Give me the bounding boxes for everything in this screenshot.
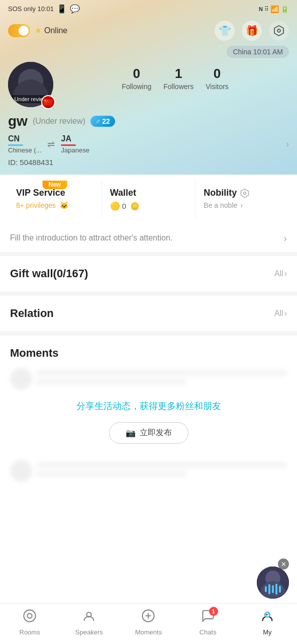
intro-text: Fill the introduction to attract other's…: [10, 232, 283, 244]
relation-all[interactable]: All ›: [274, 309, 287, 318]
gift-wall-all[interactable]: All ›: [274, 269, 287, 278]
moments-cta-text: 分享生活动态，获得更多粉丝和朋友: [10, 400, 287, 412]
audio-bar-1: [265, 586, 267, 592]
lang-to-underline: [61, 144, 76, 146]
vibrate-icon: ⠿: [264, 6, 269, 13]
gift-wall-chevron-icon: ›: [284, 269, 287, 278]
divider-2: [0, 292, 297, 296]
username-row: gw (Under review) ♂ 22: [8, 113, 289, 129]
moments-cta: 分享生活动态，获得更多粉丝和朋友 📷 立即发布: [10, 390, 287, 454]
new-badge: New: [42, 181, 67, 189]
online-bar: Online 👕 🎁: [0, 18, 297, 46]
vip-title: VIP Service: [16, 188, 93, 198]
language-chevron-icon[interactable]: ›: [286, 139, 289, 149]
followers-label: Followers: [163, 83, 193, 91]
stats-container: 0 Following 1 Followers 0 Visitors: [61, 62, 289, 91]
gender-badge: ♂ 22: [90, 116, 115, 127]
nfc-icon: N: [259, 6, 263, 12]
blur-lines-1: [36, 368, 287, 390]
svg-point-10: [268, 614, 268, 614]
status-bar: SOS only 10:01 📱 💬 N ⠿ 📶 🔋: [0, 0, 297, 18]
gift-icon: 🎁: [246, 25, 258, 37]
lang-from-code: CN: [8, 134, 20, 143]
lang-from: CN Chinese (...: [8, 134, 41, 154]
visitors-label: Visitors: [206, 83, 229, 91]
floating-audio-bubble[interactable]: [257, 567, 289, 599]
nav-item-speakers[interactable]: Speakers: [74, 609, 104, 636]
divider-3: [0, 332, 297, 336]
wallet-card[interactable]: Wallet 🟡 0 🪙: [102, 181, 196, 218]
audio-bar-5: [279, 586, 281, 593]
bottom-nav: Rooms Speakers Moments 1 Chats: [0, 603, 297, 644]
divider-1: [0, 252, 297, 256]
nobility-text: Be a noble: [204, 201, 237, 209]
avatar-container[interactable]: Under review 🇨🇳: [8, 62, 53, 107]
vip-emoji: 🐱: [60, 201, 68, 209]
top-icons: 👕 🎁: [215, 21, 289, 41]
svg-point-0: [277, 29, 280, 32]
china-time: China 10:01 AM: [8, 46, 289, 58]
nav-item-my[interactable]: My: [252, 609, 282, 636]
chats-badge: 1: [209, 607, 218, 616]
svg-point-1: [244, 192, 246, 195]
moments-title: Moments: [10, 347, 287, 360]
coin-icon: 🟡: [110, 201, 120, 211]
online-toggle[interactable]: Online: [8, 24, 67, 37]
intro-chevron-icon: ›: [283, 232, 287, 244]
blurred-row-2: [10, 460, 287, 482]
lang-from-name: Chinese (...: [8, 146, 41, 154]
profile-row: Under review 🇨🇳 0 Following 1 Followers …: [8, 62, 289, 107]
following-value: 0: [133, 66, 140, 82]
my-icon: [260, 609, 274, 626]
blurred-row-1: [10, 368, 287, 390]
intro-section[interactable]: Fill the introduction to attract other's…: [0, 224, 297, 252]
nobility-subtitle: Be a noble ›: [204, 201, 281, 209]
settings-icon-button[interactable]: [269, 21, 289, 41]
wallet-value: 0: [122, 202, 126, 210]
moments-publish-button[interactable]: 📷 立即发布: [109, 422, 188, 444]
speakers-label: Speakers: [75, 628, 103, 636]
user-id: ID: 50488431: [8, 158, 289, 167]
vip-subtitle: 8+ privileges 🐱: [16, 201, 93, 209]
stat-following[interactable]: 0 Following: [122, 66, 151, 91]
chat-icon: 💬: [70, 4, 80, 14]
relation-section[interactable]: Relation All ›: [0, 296, 297, 332]
blur-line-4: [36, 471, 186, 477]
svg-point-3: [27, 613, 32, 618]
shirt-icon-button[interactable]: 👕: [215, 21, 235, 41]
cards-section: New VIP Service 8+ privileges 🐱 Wallet 🟡…: [8, 181, 289, 218]
profile-section: China 10:01 AM Under review 🇨🇳: [0, 46, 297, 175]
sos-label: SOS only 10:01: [8, 5, 54, 13]
speakers-icon: [82, 609, 96, 626]
rooms-icon: [23, 609, 37, 626]
moments-section: Moments 分享生活动态，获得更多粉丝和朋友 📷 立即发布: [0, 336, 297, 482]
visitors-value: 0: [214, 66, 221, 82]
bubble-close-button[interactable]: ✕: [278, 558, 289, 570]
status-left: SOS only 10:01 📱 💬: [8, 4, 80, 14]
moments-nav-label: Moments: [135, 628, 162, 636]
my-label: My: [263, 628, 271, 636]
status-right: N ⠿ 📶 🔋: [259, 5, 289, 13]
nav-item-moments[interactable]: Moments: [133, 609, 163, 636]
gift-icon-button[interactable]: 🎁: [242, 21, 262, 41]
followers-value: 1: [175, 66, 182, 82]
svg-point-9: [266, 614, 266, 614]
vip-card[interactable]: New VIP Service 8+ privileges 🐱: [8, 181, 102, 218]
china-time-text: China 10:01 AM: [227, 46, 289, 58]
nobility-card[interactable]: Nobility Be a noble ›: [195, 181, 289, 218]
language-row[interactable]: CN Chinese (... ⇌ JA Japanese ›: [8, 134, 289, 154]
stat-visitors[interactable]: 0 Visitors: [206, 66, 229, 91]
avatar-flag: 🇨🇳: [41, 95, 55, 109]
vip-privileges: 8+ privileges: [16, 201, 56, 209]
nav-item-rooms[interactable]: Rooms: [15, 609, 45, 636]
nobility-title: Nobility: [204, 188, 237, 198]
online-switch[interactable]: [8, 24, 30, 37]
nav-item-chats[interactable]: 1 Chats: [193, 609, 223, 636]
battery-icon: 🔋: [280, 5, 289, 13]
shirt-icon: 👕: [219, 25, 231, 37]
audio-bar-3: [272, 585, 274, 593]
audio-bar-4: [275, 584, 277, 595]
following-label: Following: [122, 83, 151, 91]
stat-followers[interactable]: 1 Followers: [163, 66, 193, 91]
gift-wall-section[interactable]: Gift wall(0/167) All ›: [0, 256, 297, 292]
